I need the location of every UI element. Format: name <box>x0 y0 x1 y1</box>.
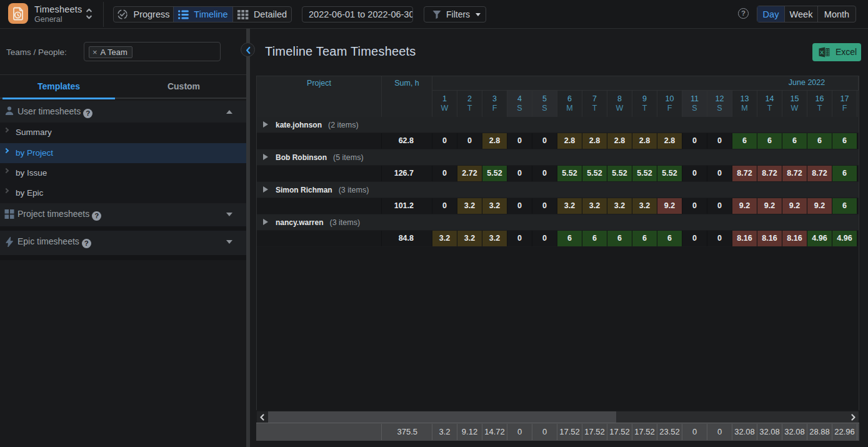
svg-text:X: X <box>820 49 824 56</box>
